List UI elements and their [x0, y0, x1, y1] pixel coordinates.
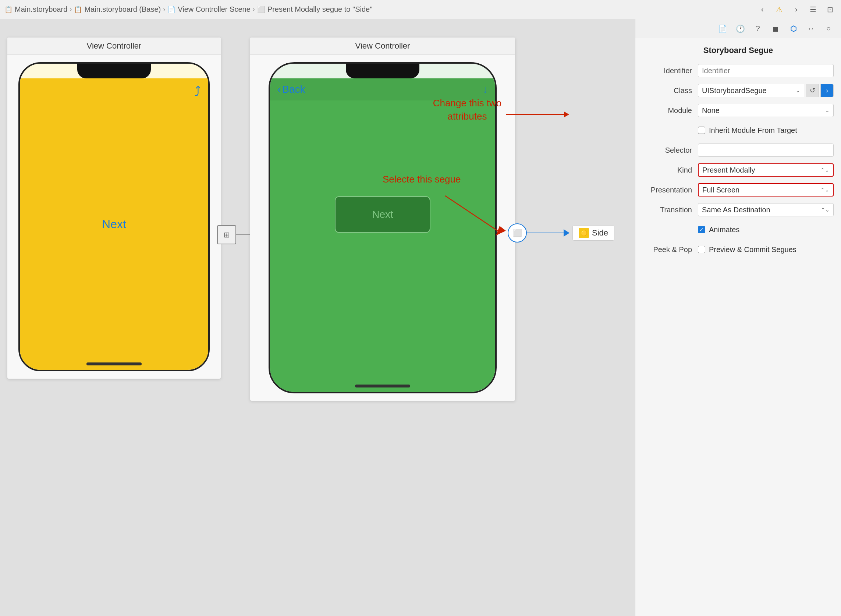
menu-button[interactable]: ☰	[806, 3, 820, 16]
presentation-chevron: ⌃⌄	[820, 187, 829, 193]
class-arrow-btn[interactable]: ›	[820, 84, 834, 97]
top-bar-controls: ‹ ⚠ › ☰ ⊡	[756, 3, 837, 16]
peek-checkbox-row: Preview & Commit Segues	[698, 245, 834, 254]
side-icon: 🟡	[579, 228, 589, 238]
svg-line-0	[445, 196, 500, 233]
inspector-identifier-row: Identifier	[643, 64, 834, 77]
module-select-text: None	[702, 106, 719, 115]
select-annotation: Selecte this segue	[382, 174, 461, 185]
animates-checkbox[interactable]: ✓	[698, 226, 705, 233]
breadcrumb-item-2[interactable]: Main.storyboard (Base)	[84, 5, 161, 14]
inspector-tab-file[interactable]: 📄	[716, 22, 729, 35]
back-label: Back	[282, 84, 305, 95]
transition-select-box[interactable]: Same As Destination ⌃⌄	[698, 203, 834, 216]
breadcrumb-item-4[interactable]: Present Modally segue to "Side"	[267, 5, 372, 14]
transition-label: Transition	[643, 206, 698, 214]
share-icon: ⤴	[194, 84, 201, 100]
presentation-select-box[interactable]: Full Screen ⌃⌄	[698, 183, 834, 197]
transition-chevron: ⌃⌄	[821, 207, 829, 213]
class-label: Class	[643, 87, 698, 95]
presentation-select-group: Full Screen ⌃⌄	[698, 183, 834, 197]
left-next-label: Next	[102, 217, 126, 231]
inspector-toolbar: 📄 🕐 ? ◼ ⬡ ↔ ○	[635, 19, 841, 38]
module-label: Module	[643, 106, 698, 115]
inherit-checkbox[interactable]	[698, 126, 705, 134]
selector-label: Selector	[643, 146, 698, 154]
segue-box-icon: ⊞	[217, 225, 236, 244]
kind-chevron: ⌃⌄	[820, 167, 829, 173]
inspector-presentation-row: Presentation Full Screen ⌃⌄	[643, 183, 834, 197]
change-annotation: Change this two attributes	[427, 97, 508, 123]
canvas-area: View Controller ⤴ Next ⊞ View Controller	[0, 19, 635, 616]
inspector-tab-identity[interactable]: ◼	[769, 22, 782, 35]
inspector-animates-row: ✓ Animates	[643, 223, 834, 236]
segue-arrow-blue	[564, 229, 570, 237]
class-refresh-btn[interactable]: ↺	[806, 84, 819, 97]
inspector-tab-clock[interactable]: 🕐	[734, 22, 747, 35]
change-arrow-line	[506, 114, 565, 115]
change-annotation-text: Change this two attributes	[427, 97, 508, 123]
inspector-tab-help[interactable]: ?	[751, 22, 765, 35]
back-nav-button[interactable]: ‹	[756, 3, 769, 16]
warning-button[interactable]: ⚠	[772, 3, 786, 16]
breadcrumb: 📋 Main.storyboard › 📋 Main.storyboard (B…	[4, 5, 753, 14]
left-phone-content: ⤴ Next	[20, 78, 208, 370]
kind-value: Present Modally ⌃⌄	[698, 163, 834, 177]
inspector-peek-pop-row: Peek & Pop Preview & Commit Segues	[643, 243, 834, 256]
kind-select-box[interactable]: Present Modally ⌃⌄	[698, 163, 834, 177]
breadcrumb-sep-2: ›	[163, 6, 165, 13]
animates-label: Animates	[709, 226, 740, 234]
class-row-inner: UIStoryboardSegue ⌄ ↺ ›	[698, 84, 834, 97]
inherit-checkbox-row: Inherit Module From Target	[698, 126, 834, 135]
breadcrumb-sep-1: ›	[70, 6, 72, 13]
transition-select-text: Same As Destination	[702, 206, 771, 214]
inherit-checkbox-label: Inherit Module From Target	[709, 126, 797, 135]
selector-value	[698, 144, 834, 157]
kind-label: Kind	[643, 166, 698, 175]
peek-pop-label: Peek & Pop	[643, 245, 698, 254]
presentation-label: Presentation	[643, 186, 698, 194]
breadcrumb-item-1[interactable]: Main.storyboard	[15, 5, 67, 14]
left-vc-title: View Controller	[7, 38, 221, 55]
class-value: UIStoryboardSegue ⌄ ↺ ›	[698, 84, 834, 97]
inspector-class-row: Class UIStoryboardSegue ⌄ ↺ ›	[643, 84, 834, 97]
inspector-tab-connections[interactable]: ○	[822, 22, 835, 35]
breadcrumb-icon-storyboard: 📋	[4, 6, 13, 14]
forward-nav-button[interactable]: ›	[790, 3, 803, 16]
left-view-controller-card: View Controller ⤴ Next	[7, 38, 221, 378]
select-annotation-arrow	[441, 192, 522, 241]
inspector-tab-size[interactable]: ↔	[804, 22, 818, 35]
inspector-inherit-row: Inherit Module From Target	[643, 124, 834, 137]
transition-select-group: Same As Destination ⌃⌄	[698, 203, 834, 216]
top-bar: 📋 Main.storyboard › 📋 Main.storyboard (B…	[0, 0, 841, 19]
breadcrumb-icon-base: 📋	[74, 6, 82, 14]
check-mark: ✓	[699, 227, 704, 233]
inspector-selector-row: Selector	[643, 144, 834, 157]
identifier-input[interactable]	[698, 64, 834, 77]
selector-input[interactable]	[698, 144, 834, 157]
center-phone-notch	[346, 64, 419, 78]
module-select-box[interactable]: None ⌄	[698, 104, 834, 117]
inspector-tab-attributes[interactable]: ⬡	[787, 22, 800, 35]
back-button: ‹ Back	[277, 84, 305, 95]
left-home-bar	[86, 362, 142, 365]
nav-action-icon: ↓	[483, 84, 488, 95]
side-text: Side	[592, 228, 608, 238]
center-vc-title: View Controller	[250, 38, 515, 55]
peek-checkbox[interactable]	[698, 246, 705, 253]
class-chevron: ⌄	[796, 88, 800, 94]
layout-button[interactable]: ⊡	[823, 3, 837, 16]
breadcrumb-item-3[interactable]: View Controller Scene	[178, 5, 251, 14]
class-select-box[interactable]: UIStoryboardSegue ⌄	[698, 84, 804, 97]
main-area: View Controller ⤴ Next ⊞ View Controller	[0, 19, 841, 616]
segue-line-blue	[527, 233, 564, 233]
presentation-value: Full Screen ⌃⌄	[698, 183, 834, 197]
select-annotation-text: Selecte this segue	[382, 174, 461, 185]
inherit-value: Inherit Module From Target	[698, 126, 834, 135]
peek-pop-value: Preview & Commit Segues	[698, 245, 834, 254]
segue-right-arrow[interactable]: ⬜ 🟡 Side	[508, 223, 614, 242]
left-phone-mockup: ⤴ Next	[18, 62, 210, 371]
peek-checkbox-label: Preview & Commit Segues	[709, 245, 797, 254]
inspector-transition-row: Transition Same As Destination ⌃⌄	[643, 203, 834, 216]
breadcrumb-icon-segue: ⬜	[257, 6, 265, 14]
